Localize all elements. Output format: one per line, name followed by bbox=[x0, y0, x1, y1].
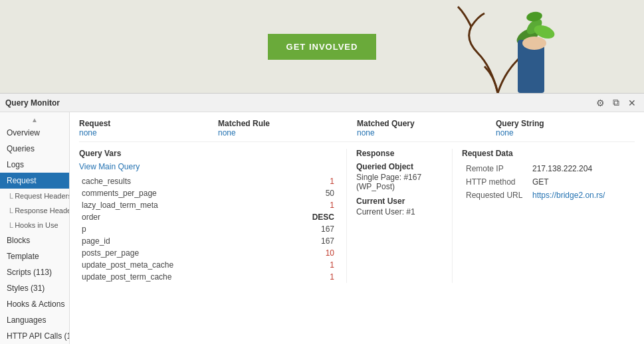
sidebar-item-hooks-in-use[interactable]: L Hooks in Use bbox=[0, 218, 69, 232]
sidebar-item-blocks[interactable]: Blocks bbox=[0, 232, 69, 248]
query-var-key: cache_results bbox=[79, 175, 281, 187]
tree-decoration bbox=[431, 0, 564, 93]
query-var-value: 1 bbox=[281, 259, 337, 271]
sidebar-item-label: Logs bbox=[7, 160, 24, 169]
settings-button[interactable]: ⚙ bbox=[593, 96, 607, 110]
header-matched-query-label: Matched Query bbox=[357, 119, 496, 128]
header-query-string-val: none bbox=[496, 128, 635, 137]
query-var-key: order bbox=[79, 211, 281, 223]
header-request-val: none bbox=[79, 128, 218, 137]
sidebar-item-template[interactable]: Template bbox=[0, 248, 69, 264]
query-monitor-panel: Query Monitor ⚙ ⧉ ✕ ▲ OverviewQueriesLog… bbox=[0, 93, 644, 344]
sidebar-item-label: Blocks bbox=[7, 236, 30, 245]
request-data-value: https://bridge2.on.rs/ bbox=[528, 189, 635, 202]
current-user-value: Current User: #1 bbox=[356, 207, 415, 216]
query-var-key: lazy_load_term_meta bbox=[79, 199, 281, 211]
sidebar-item-languages[interactable]: Languages bbox=[0, 312, 69, 328]
sidebar-item-label: Request Headers bbox=[15, 192, 70, 200]
query-vars-table: cache_results1comments_per_page50lazy_lo… bbox=[79, 175, 337, 283]
query-var-key: p bbox=[79, 223, 281, 235]
sidebar-item-label: Languages bbox=[7, 315, 46, 325]
query-var-value: 1 bbox=[281, 199, 337, 211]
sidebar-item-label: Queries bbox=[7, 144, 35, 153]
expand-button[interactable]: ⧉ bbox=[609, 96, 623, 110]
qm-main: Request none Matched Rule none Matched Q… bbox=[70, 112, 644, 344]
sidebar-item-label: Styles (31) bbox=[7, 284, 45, 293]
sidebar-item-label: HTTP API Calls (1) bbox=[7, 331, 70, 341]
content-row: Query Vars View Main Query cache_results… bbox=[79, 149, 635, 283]
svg-point-3 bbox=[522, 37, 546, 50]
query-vars-panel: Query Vars View Main Query cache_results… bbox=[79, 149, 337, 283]
query-var-value: 167 bbox=[281, 235, 337, 247]
request-data-key: Requested URL bbox=[462, 189, 528, 202]
sidebar-item-queries[interactable]: Queries bbox=[0, 141, 69, 157]
request-data-title: Request Data bbox=[462, 149, 635, 158]
toolbar-actions: ⚙ ⧉ ✕ bbox=[593, 96, 639, 110]
table-row: update_post_meta_cache1 bbox=[79, 259, 337, 271]
query-var-value: 50 bbox=[281, 187, 337, 199]
sidebar-item-label: Hooks in Use bbox=[15, 221, 58, 229]
sidebar-item-label: Hooks & Actions bbox=[7, 300, 64, 309]
request-data-key: Remote IP bbox=[462, 162, 528, 175]
header-matched-query: Matched Query none bbox=[357, 119, 496, 137]
request-data-table: Remote IP217.138.222.204HTTP methodGETRe… bbox=[462, 162, 635, 202]
table-row: page_id167 bbox=[79, 235, 337, 247]
table-row: Requested URLhttps://bridge2.on.rs/ bbox=[462, 189, 635, 202]
query-var-value: 10 bbox=[281, 247, 337, 259]
top-banner: GET INVOLVED bbox=[0, 0, 644, 93]
sidebar-item-http-api-calls--1-[interactable]: HTTP API Calls (1) bbox=[0, 328, 69, 344]
divider-1 bbox=[346, 149, 347, 283]
current-user-label: Current User bbox=[356, 197, 443, 206]
sidebar-item-styles--31-[interactable]: Styles (31) bbox=[0, 280, 69, 296]
header-matched-rule-val: none bbox=[218, 128, 357, 137]
queried-object-label: Queried Object bbox=[356, 162, 443, 171]
request-data-panel: Request Data Remote IP217.138.222.204HTT… bbox=[462, 149, 635, 202]
header-matched-rule-label: Matched Rule bbox=[218, 119, 357, 128]
header-matched-rule: Matched Rule none bbox=[218, 119, 357, 137]
header-query-string-label: Query String bbox=[496, 119, 635, 128]
divider-2 bbox=[452, 149, 453, 283]
sidebar-item-label: Overview bbox=[7, 128, 40, 137]
current-user: Current User Current User: #1 bbox=[356, 197, 443, 216]
query-var-value: 167 bbox=[281, 223, 337, 235]
table-row: posts_per_page10 bbox=[79, 247, 337, 259]
query-var-key: page_id bbox=[79, 235, 281, 247]
table-row: cache_results1 bbox=[79, 175, 337, 187]
header-request-label: Request bbox=[79, 119, 218, 128]
qm-body: ▲ OverviewQueriesLogsRequestL Request He… bbox=[0, 112, 644, 344]
view-main-query-link[interactable]: View Main Query bbox=[79, 162, 337, 171]
queried-object: Queried Object Single Page: #167 (WP_Pos… bbox=[356, 162, 443, 191]
header-request: Request none bbox=[79, 119, 218, 137]
get-involved-button[interactable]: GET INVOLVED bbox=[268, 34, 377, 60]
queried-object-value: Single Page: #167 (WP_Post) bbox=[356, 173, 421, 191]
query-var-value: 1 bbox=[281, 175, 337, 187]
response-panel: Response Queried Object Single Page: #16… bbox=[356, 149, 443, 222]
query-vars-title: Query Vars bbox=[79, 149, 337, 158]
sidebar-item-label: Scripts (113) bbox=[7, 268, 52, 277]
query-var-key: update_post_term_cache bbox=[79, 271, 281, 283]
response-title: Response bbox=[356, 149, 443, 158]
sidebar-item-hooks-&-actions[interactable]: Hooks & Actions bbox=[0, 296, 69, 312]
sidebar-item-logs[interactable]: Logs bbox=[0, 157, 69, 173]
sidebar-item-overview[interactable]: Overview bbox=[0, 125, 69, 141]
table-row: orderDESC bbox=[79, 211, 337, 223]
qm-sidebar: ▲ OverviewQueriesLogsRequestL Request He… bbox=[0, 112, 70, 344]
request-data-key: HTTP method bbox=[462, 175, 528, 189]
close-button[interactable]: ✕ bbox=[625, 96, 639, 110]
sidebar-item-label: Template bbox=[7, 252, 39, 261]
qm-toolbar: Query Monitor ⚙ ⧉ ✕ bbox=[0, 94, 644, 112]
table-row: comments_per_page50 bbox=[79, 187, 337, 199]
qm-title: Query Monitor bbox=[5, 98, 60, 108]
table-row: update_post_term_cache1 bbox=[79, 271, 337, 283]
sidebar-item-response-headers[interactable]: L Response Headers bbox=[0, 203, 69, 218]
scroll-up-indicator: ▲ bbox=[0, 115, 69, 125]
query-var-value: DESC bbox=[281, 211, 337, 223]
sidebar-item-label: Request bbox=[7, 176, 37, 185]
query-var-key: update_post_meta_cache bbox=[79, 259, 281, 271]
sidebar-item-request[interactable]: Request bbox=[0, 173, 69, 189]
table-row: lazy_load_term_meta1 bbox=[79, 199, 337, 211]
header-matched-query-val: none bbox=[357, 128, 496, 137]
sidebar-item-scripts--113-[interactable]: Scripts (113) bbox=[0, 264, 69, 280]
request-data-value: 217.138.222.204 bbox=[528, 162, 635, 175]
sidebar-item-request-headers[interactable]: L Request Headers bbox=[0, 189, 69, 203]
